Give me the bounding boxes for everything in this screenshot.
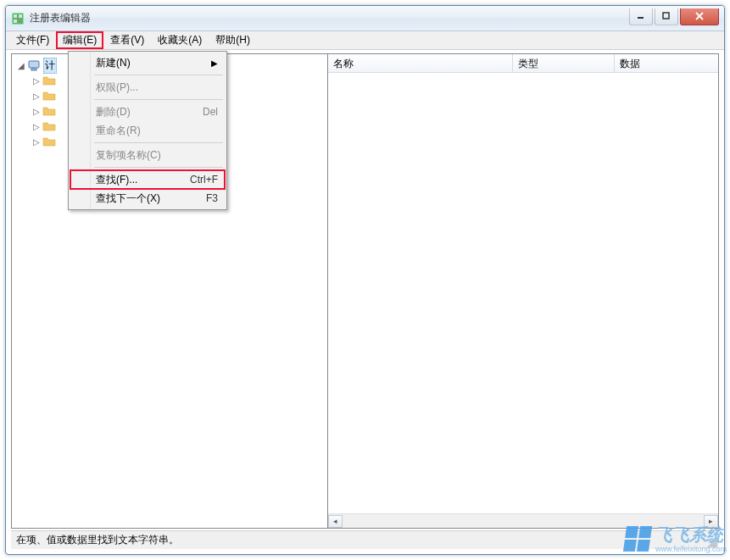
svg-rect-1 (14, 14, 17, 18)
menu-find-next-shortcut: F3 (206, 192, 218, 204)
edit-dropdown-menu: 新建(N) ▶ 权限(P)... 删除(D) Del 重命名(R) 复制项名称(… (68, 51, 227, 210)
menu-new[interactable]: 新建(N) ▶ (70, 53, 225, 72)
menu-permissions[interactable]: 权限(P)... (70, 78, 225, 97)
maximize-button[interactable] (655, 8, 678, 25)
menu-edit[interactable]: 编辑(E) (58, 33, 102, 47)
menu-view[interactable]: 查看(V) (103, 31, 151, 49)
menu-find-shortcut: Ctrl+F (190, 174, 218, 186)
menu-copy-key-name-label: 复制项名称(C) (96, 148, 161, 163)
horizontal-scrollbar[interactable]: ◂ ▸ (328, 513, 718, 528)
titlebar[interactable]: 注册表编辑器 (6, 6, 724, 31)
menu-separator (94, 142, 223, 143)
window-controls (629, 8, 719, 25)
menubar: 文件(F) 编辑(E) 查看(V) 收藏夹(A) 帮助(H) (6, 31, 724, 50)
folder-icon (42, 89, 56, 103)
expand-icon[interactable]: ▷ (32, 91, 41, 101)
folder-icon (42, 74, 56, 87)
menu-find-label: 查找(F)... (96, 173, 137, 187)
statusbar: 在项、值或数据里找到文本字符串。 (11, 530, 719, 549)
menu-favorites[interactable]: 收藏夹(A) (151, 31, 209, 49)
folder-icon (42, 135, 56, 148)
menu-delete-shortcut: Del (203, 106, 218, 118)
app-icon (11, 12, 25, 25)
app-window: 注册表编辑器 文件(F) 编辑(E) 查看(V) 收藏夹(A) 帮助(H) ◢ (5, 5, 725, 555)
svg-rect-2 (14, 19, 17, 23)
menu-separator (94, 99, 223, 100)
value-list-pane[interactable]: 名称 类型 数据 ◂ ▸ (328, 53, 719, 529)
scroll-right-button[interactable]: ▸ (704, 515, 718, 528)
edit-menu-highlight: 编辑(E) (56, 31, 103, 49)
folder-icon (42, 104, 56, 118)
menu-find-next-label: 查找下一个(X) (96, 191, 160, 206)
window-title: 注册表编辑器 (30, 11, 629, 25)
folder-icon (42, 119, 56, 133)
menu-find[interactable]: 查找(F)... Ctrl+F (70, 170, 225, 189)
svg-rect-9 (31, 69, 36, 70)
expand-icon[interactable]: ▷ (32, 137, 41, 147)
svg-rect-3 (19, 14, 22, 18)
computer-icon (27, 58, 41, 72)
menu-new-label: 新建(N) (96, 56, 131, 70)
resize-grip[interactable] (705, 535, 717, 547)
menu-find-next[interactable]: 查找下一个(X) F3 (70, 189, 225, 208)
expand-icon[interactable]: ▷ (32, 76, 41, 86)
minimize-button[interactable] (629, 8, 653, 25)
menu-delete-label: 删除(D) (96, 105, 131, 119)
expand-icon[interactable]: ▷ (32, 122, 41, 131)
close-button[interactable] (680, 8, 719, 25)
menu-separator (94, 167, 223, 168)
column-data[interactable]: 数据 (615, 54, 718, 72)
menu-permissions-label: 权限(P)... (96, 80, 138, 95)
menu-file[interactable]: 文件(F) (9, 31, 56, 49)
menu-copy-key-name[interactable]: 复制项名称(C) (70, 146, 225, 164)
tree-root-label: 计 (43, 58, 57, 74)
menu-delete[interactable]: 删除(D) Del (70, 103, 225, 121)
list-header: 名称 类型 数据 (328, 54, 718, 73)
menu-rename-label: 重命名(R) (96, 124, 141, 138)
menu-help[interactable]: 帮助(H) (209, 31, 257, 49)
svg-rect-5 (663, 13, 669, 19)
svg-rect-8 (29, 61, 39, 68)
column-name[interactable]: 名称 (328, 54, 513, 72)
submenu-arrow-icon: ▶ (211, 58, 218, 68)
collapse-icon[interactable]: ◢ (17, 61, 25, 70)
menu-separator (94, 75, 223, 75)
list-body[interactable] (328, 73, 718, 513)
scroll-left-button[interactable]: ◂ (328, 515, 343, 528)
column-type[interactable]: 类型 (513, 54, 615, 72)
menu-rename[interactable]: 重命名(R) (70, 121, 225, 140)
status-text: 在项、值或数据里找到文本字符串。 (16, 533, 179, 547)
expand-icon[interactable]: ▷ (32, 107, 41, 116)
